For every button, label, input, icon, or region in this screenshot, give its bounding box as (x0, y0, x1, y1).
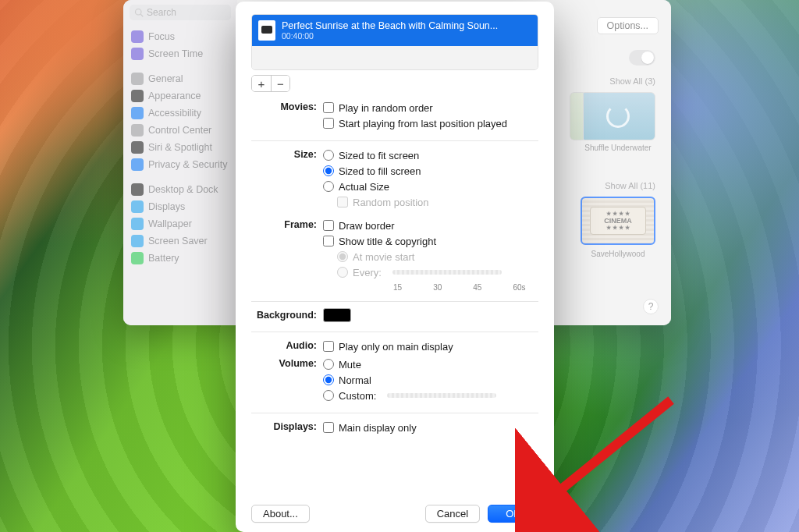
draw-border-checkbox[interactable]: Draw border (323, 218, 538, 233)
show-all-link-2[interactable]: Show All (11) (605, 181, 655, 190)
sidebar-icon (131, 158, 144, 171)
movie-file-icon (258, 20, 275, 41)
screensaver-thumb-savehollywood[interactable]: ★ ★ ★ ★ CINEMA ★ ★ ★ ★ (581, 197, 655, 245)
search-placeholder: Search (147, 7, 176, 18)
movie-title: Perfect Sunrise at the Beach with Calmin… (282, 20, 498, 31)
sidebar-item-label: Privacy & Security (148, 159, 227, 170)
movie-list[interactable]: Perfect Sunrise at the Beach with Calmin… (251, 14, 538, 70)
sidebar-item-focus[interactable]: Focus (130, 28, 231, 45)
settings-sidebar: Search FocusScreen Time GeneralAppearanc… (123, 0, 237, 325)
thumb-label: Shuffle Underwater (581, 144, 655, 152)
sidebar-icon (131, 141, 144, 154)
screensaver-thumb-partial[interactable] (570, 92, 584, 140)
ok-button[interactable]: OK (488, 505, 538, 523)
interval-slider (392, 270, 502, 275)
sidebar-icon (131, 183, 144, 196)
sidebar-item-siri-spotlight[interactable]: Siri & Spotlight (130, 139, 231, 156)
tick-label: 45 (473, 283, 481, 292)
movie-list-empty-area[interactable] (252, 46, 538, 70)
sidebar-item-label: General (148, 73, 183, 84)
volume-label: Volume: (251, 356, 323, 369)
screensaver-thumb-underwater[interactable] (581, 92, 655, 140)
remove-movie-button[interactable]: − (271, 76, 289, 91)
sidebar-icon (131, 252, 144, 264)
about-button[interactable]: About... (251, 505, 310, 523)
cancel-button[interactable]: Cancel (425, 505, 480, 523)
sidebar-icon (131, 107, 144, 119)
search-icon (134, 8, 144, 17)
sidebar-icon (131, 73, 144, 85)
sidebar-item-general[interactable]: General (130, 70, 231, 87)
sidebar-item-label: Siri & Spotlight (148, 142, 212, 153)
size-label: Size: (251, 147, 323, 160)
sidebar-item-label: Desktop & Dock (148, 184, 218, 195)
size-fit-radio[interactable]: Sized to fit screen (323, 147, 538, 163)
sidebar-item-label: Displays (148, 201, 185, 212)
sidebar-item-wallpaper[interactable]: Wallpaper (130, 215, 231, 232)
size-actual-radio[interactable]: Actual Size (323, 179, 538, 194)
volume-mute-radio[interactable]: Mute (323, 356, 538, 372)
every-radio: Every: (337, 264, 538, 280)
random-order-checkbox[interactable]: Play in random order (323, 100, 538, 115)
sidebar-item-appearance[interactable]: Appearance (130, 87, 231, 105)
audio-label: Audio: (251, 339, 323, 351)
sidebar-item-label: Accessibility (148, 108, 201, 119)
sidebar-item-label: Wallpaper (148, 218, 192, 229)
resume-checkbox[interactable]: Start playing from last position played (323, 115, 538, 131)
sidebar-icon (131, 30, 144, 43)
help-button[interactable]: ? (643, 299, 659, 314)
sidebar-item-label: Appearance (148, 90, 201, 101)
svg-point-0 (136, 9, 142, 16)
sidebar-icon (131, 235, 144, 247)
sidebar-item-displays[interactable]: Displays (130, 198, 231, 215)
sidebar-item-label: Control Center (148, 125, 211, 136)
sidebar-item-label: Focus (148, 31, 175, 42)
sidebar-item-battery[interactable]: Battery (130, 250, 231, 267)
at-movie-start-radio: At movie start (337, 249, 538, 264)
size-fill-radio[interactable]: Sized to fill screen (323, 163, 538, 179)
sidebar-item-label: Screen Time (148, 48, 203, 59)
volume-slider[interactable] (387, 393, 496, 398)
sidebar-item-privacy-security[interactable]: Privacy & Security (130, 156, 231, 173)
sidebar-icon (131, 124, 144, 137)
sidebar-item-label: Screen Saver (148, 236, 208, 246)
random-position-checkbox: Random position (337, 194, 538, 210)
tick-label: 30 (433, 283, 442, 292)
refresh-icon (606, 105, 630, 128)
cinema-ticket-icon: ★ ★ ★ ★ CINEMA ★ ★ ★ ★ (590, 207, 646, 235)
movie-list-item[interactable]: Perfect Sunrise at the Beach with Calmin… (252, 15, 538, 46)
frame-label: Frame: (251, 218, 323, 230)
sidebar-icon (131, 200, 144, 213)
add-remove-buttons: + − (251, 75, 290, 92)
svg-line-1 (140, 14, 143, 16)
screensaver-toggle[interactable] (629, 50, 655, 66)
background-label: Background: (251, 308, 323, 321)
sidebar-icon (131, 48, 144, 60)
volume-custom-radio[interactable]: Custom: (323, 388, 538, 403)
audio-main-display-checkbox[interactable]: Play only on main display (323, 339, 538, 354)
tick-label: 15 (393, 283, 402, 292)
sidebar-item-control-center[interactable]: Control Center (130, 122, 231, 139)
search-input[interactable]: Search (130, 5, 231, 20)
main-display-only-checkbox[interactable]: Main display only (323, 420, 538, 435)
sidebar-item-label: Battery (148, 253, 179, 264)
sidebar-item-screen-time[interactable]: Screen Time (130, 45, 231, 62)
options-button[interactable]: Options... (597, 17, 659, 34)
movie-duration: 00:40:00 (282, 31, 498, 41)
volume-normal-radio[interactable]: Normal (323, 372, 538, 388)
movies-label: Movies: (251, 100, 323, 112)
sidebar-item-screen-saver[interactable]: Screen Saver (130, 232, 231, 250)
sidebar-item-desktop-dock[interactable]: Desktop & Dock (130, 181, 231, 198)
displays-label: Displays: (251, 420, 323, 432)
add-movie-button[interactable]: + (252, 76, 271, 91)
show-all-link[interactable]: Show All (3) (609, 76, 655, 86)
background-color-well[interactable] (323, 308, 351, 322)
sidebar-icon (131, 218, 144, 230)
savehollywood-options-sheet: Perfect Sunrise at the Beach with Calmin… (236, 2, 554, 532)
sidebar-icon (131, 90, 144, 102)
thumb-label-2: SaveHollywood (581, 250, 655, 258)
show-title-checkbox[interactable]: Show title & copyright (323, 233, 538, 249)
tick-label: 60s (513, 283, 525, 292)
sidebar-item-accessibility[interactable]: Accessibility (130, 105, 231, 122)
